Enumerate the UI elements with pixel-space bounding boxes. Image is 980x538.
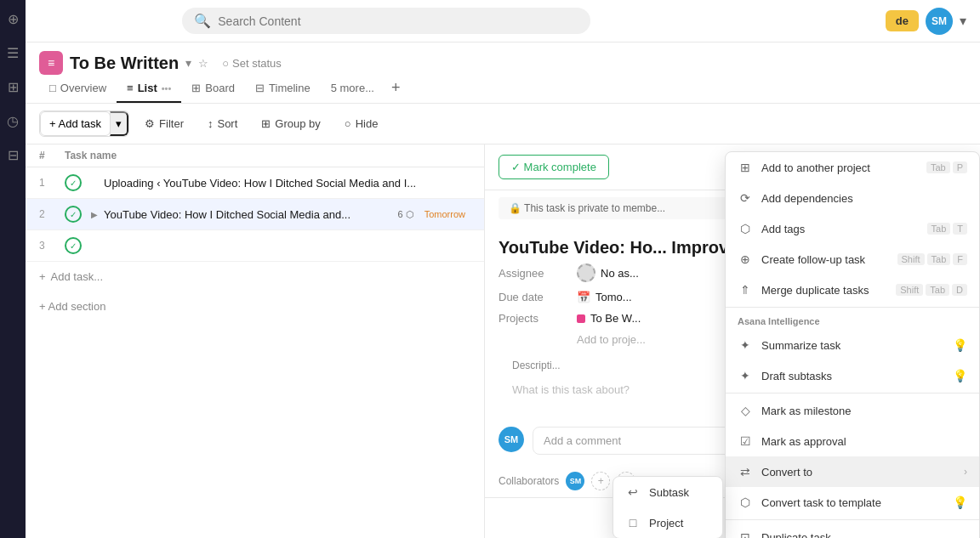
add-task-button[interactable]: + Add task (40, 111, 111, 136)
group-by-button[interactable]: ⊞ Group by (253, 113, 328, 134)
due-date-value[interactable]: 📅 Tomo... (577, 291, 632, 303)
context-menu: ⊞ Add to another project TabP ⟳ Add depe… (725, 151, 980, 538)
plus-icon: + (39, 270, 46, 283)
ai-icon-summarize: 💡 (953, 338, 967, 352)
sidebar-icon-4[interactable]: ◷ (3, 110, 23, 131)
menu-item-create-followup[interactable]: ⊕ Create follow-up task ShiftTabF (726, 244, 979, 275)
group-icon: ⊞ (261, 117, 271, 130)
ai-icon-template: 💡 (953, 496, 967, 509)
filter-button[interactable]: ⚙ Filter (136, 113, 192, 134)
hide-button[interactable]: ○ Hide (336, 113, 387, 134)
toolbar: + Add task ▾ ⚙ Filter ↕ Sort ⊞ Group by … (26, 104, 980, 144)
upgrade-button[interactable]: de (886, 10, 919, 31)
sort-button[interactable]: ↕ Sort (199, 113, 246, 134)
menu-divider-2 (726, 393, 979, 394)
project-color-tag (577, 314, 585, 323)
assignee-value[interactable]: No as... (577, 263, 639, 282)
tab-board[interactable]: ⊞ Board (181, 75, 245, 103)
timeline-icon: ⊟ (255, 82, 265, 94)
search-icon: 🔍 (194, 13, 211, 29)
search-input[interactable] (218, 14, 578, 28)
task-expand-2[interactable]: ▶ (88, 208, 100, 220)
hide-icon: ○ (345, 117, 351, 130)
shortcut-add-tags: TabT (927, 223, 967, 235)
submenu-item-project[interactable]: □ Project (613, 507, 722, 538)
summarize-icon: ✦ (738, 337, 753, 353)
add-collaborator-button[interactable]: + (591, 472, 610, 490)
star-icon[interactable]: ☆ (198, 57, 208, 70)
sidebar-icon-2[interactable]: ☰ (3, 42, 23, 63)
main-area: 🔍 de SM ▾ ≡ To Be Written ▾ ☆ ○ Set stat… (26, 0, 980, 538)
tabs-bar: □ Overview ≡ List ••• ⊞ Board ⊟ Timeline… (26, 75, 980, 104)
menu-item-add-dependencies[interactable]: ⟳ Add dependencies (726, 183, 979, 213)
menu-item-mark-approval[interactable]: ☑ Mark as approval (726, 426, 979, 456)
menu-divider-1 (726, 307, 979, 308)
tab-list[interactable]: ≡ List ••• (117, 75, 181, 103)
assignee-avatar[interactable] (577, 263, 595, 282)
board-icon: ⊞ (191, 82, 201, 94)
menu-item-mark-milestone[interactable]: ◇ Mark as milestone (726, 395, 979, 426)
project-name: To Be Written (70, 54, 179, 73)
task-check-2[interactable]: ✓ (65, 206, 82, 223)
set-status-button[interactable]: ○ Set status (215, 54, 288, 72)
search-box[interactable]: 🔍 (182, 8, 590, 34)
tab-more[interactable]: 5 more... (321, 75, 385, 103)
task-due-badge: Tomorrow (419, 207, 470, 221)
merge-icon: ⇑ (738, 282, 753, 297)
shortcut-merge: ShiftTabD (896, 284, 967, 296)
menu-item-duplicate[interactable]: ⊡ Duplicate task (726, 522, 979, 538)
add-task-dropdown-button[interactable]: ▾ (110, 111, 128, 136)
add-section-row[interactable]: + Add section (26, 292, 484, 321)
header-num: # (39, 150, 65, 161)
draft-subtasks-icon: ✦ (738, 368, 753, 383)
task-expand-1[interactable] (88, 177, 100, 189)
projects-value[interactable]: To Be W... (577, 312, 641, 325)
menu-item-summarize[interactable]: ✦ Summarize task 💡 (726, 330, 979, 360)
task-row[interactable]: 1 ✓ Uploading ‹ YouTube Video: How I Dit… (26, 167, 484, 199)
list-icon: ≡ (127, 82, 134, 94)
add-tab-button[interactable]: + (385, 76, 407, 102)
convert-to-chevron: › (964, 466, 967, 478)
tab-timeline[interactable]: ⊟ Timeline (245, 75, 321, 103)
menu-item-add-to-project[interactable]: ⊞ Add to another project TabP (726, 152, 979, 183)
add-to-project-icon: ⊞ (738, 160, 753, 175)
user-avatar[interactable]: SM (926, 8, 953, 35)
task-expand-3[interactable] (88, 240, 100, 252)
task-row-active[interactable]: 2 ✓ ▶ YouTube Video: How I Ditched Socia… (26, 199, 484, 230)
project-icon-sub: □ (625, 515, 641, 530)
project-header: ≡ To Be Written ▾ ☆ ○ Set status (26, 42, 980, 75)
sidebar-icon-3[interactable]: ⊞ (3, 76, 23, 97)
menu-item-merge-duplicate[interactable]: ⇑ Merge duplicate tasks ShiftTabD (726, 275, 979, 305)
task-row-3[interactable]: 3 ✓ (26, 230, 484, 262)
sidebar-icon-5[interactable]: ⊟ (3, 144, 23, 165)
menu-divider-3 (726, 519, 979, 520)
task-num-3: 3 (39, 240, 65, 252)
task-subtask-count: 6 ⬡ (393, 207, 419, 222)
task-name-2: YouTube Video: How I Ditched Social Medi… (104, 208, 393, 221)
task-name-1: Uploading ‹ YouTube Video: How I Ditched… (104, 177, 470, 190)
add-tags-icon: ⬡ (738, 221, 753, 236)
add-dependencies-icon: ⟳ (738, 190, 753, 206)
project-name-dropdown-icon[interactable]: ▾ (185, 56, 191, 70)
task-check-3[interactable]: ✓ (65, 237, 82, 254)
chevron-down-icon[interactable]: ▾ (960, 13, 966, 29)
menu-item-convert-to[interactable]: ⇄ Convert to › (726, 456, 979, 487)
shortcut-followup: ShiftTabF (897, 253, 968, 265)
collaborator-avatar-1[interactable]: SM (566, 472, 584, 490)
tab-overview[interactable]: □ Overview (39, 75, 117, 103)
menu-item-draft-subtasks[interactable]: ✦ Draft subtasks 💡 (726, 360, 979, 391)
top-right: de SM ▾ (886, 8, 966, 35)
mark-complete-button[interactable]: ✓ Mark complete (499, 155, 609, 179)
header-task-name: Task name (65, 150, 470, 161)
menu-item-convert-template[interactable]: ⬡ Convert task to template 💡 (726, 487, 979, 518)
menu-item-add-tags[interactable]: ⬡ Add tags TabT (726, 213, 979, 244)
milestone-icon: ◇ (738, 403, 753, 418)
menu-section-ai: Asana Intelligence (726, 309, 979, 330)
add-task-row[interactable]: + Add task... (26, 262, 484, 292)
sidebar-icon-1[interactable]: ⊕ (3, 8, 23, 29)
projects-label: Projects (499, 312, 567, 325)
submenu-item-subtask[interactable]: ↩ Subtask (613, 477, 722, 507)
task-check-1[interactable]: ✓ (65, 174, 82, 191)
submenu-convert: ↩ Subtask □ Project (612, 476, 723, 538)
assignee-label: Assignee (499, 267, 567, 280)
